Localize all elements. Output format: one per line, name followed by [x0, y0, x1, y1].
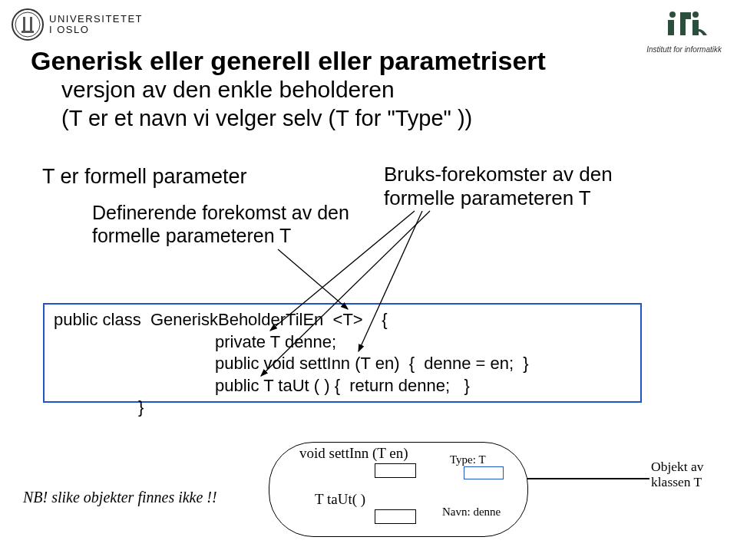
method-taut: T taUt( ) — [315, 491, 365, 508]
ifi-logo-icon — [657, 9, 711, 41]
bruks-label: Bruks-forekomster av den formelle parame… — [384, 163, 613, 210]
taut-box — [375, 509, 416, 524]
code-line-close: } — [54, 397, 631, 419]
nb-note: NB! slike objekter finnes ikke !! — [23, 489, 217, 506]
ifi-logo: Institutt for informatikk — [646, 9, 722, 54]
svg-point-0 — [12, 9, 43, 40]
svg-rect-4 — [21, 31, 34, 33]
type-box — [464, 466, 504, 479]
navn-label: Navn: denne — [442, 506, 501, 519]
subtitle2: (T er et navn vi velger selv (T for "Typ… — [61, 106, 472, 131]
code-line-3: public void settInn (T en) { denne = en;… — [54, 353, 631, 375]
code-line-4: public T taUt ( ) { return denne; } — [54, 375, 631, 397]
svg-line-7 — [278, 249, 348, 309]
code-line-2: private T denne; — [54, 331, 631, 354]
svg-point-5 — [669, 12, 676, 18]
uio-line2: I OSLO — [49, 24, 89, 35]
settinn-box — [375, 463, 416, 478]
svg-point-6 — [692, 12, 699, 18]
ifi-caption: Institutt for informatikk — [646, 45, 722, 54]
uio-logo: UNIVERSITETET I OSLO — [11, 8, 143, 41]
uio-text: UNIVERSITETET I OSLO — [49, 14, 143, 35]
page-title: Generisk eller generell eller parametris… — [31, 46, 606, 76]
svg-rect-3 — [30, 17, 32, 32]
svg-point-1 — [15, 12, 40, 37]
code-line-1: public class GeneriskBeholderTilEn <T> { — [54, 309, 631, 331]
svg-rect-2 — [23, 17, 25, 32]
subtitle: versjon av den enkle beholderen — [61, 77, 395, 103]
uio-seal-icon — [11, 8, 45, 41]
method-settinn: void settInn (T en) — [299, 445, 408, 462]
defining-label: Definerende forekomst av den formelle pa… — [92, 201, 349, 247]
t-formell-label: T er formell parameter — [42, 165, 247, 189]
objekt-label: Objekt av klassen T — [651, 459, 704, 489]
type-label: Type: T — [450, 453, 486, 466]
connector-line — [527, 478, 649, 479]
code-box: public class GeneriskBeholderTilEn <T> {… — [43, 303, 642, 403]
